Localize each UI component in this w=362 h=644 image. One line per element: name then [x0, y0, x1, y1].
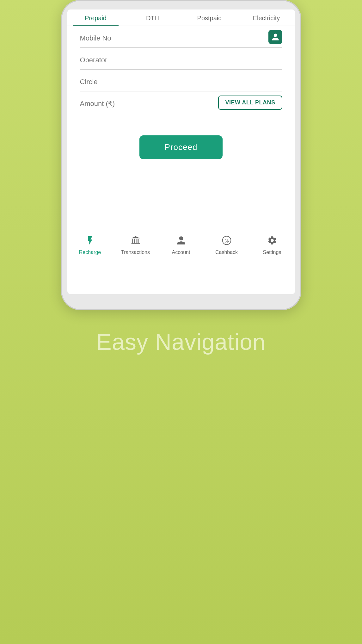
form-area: VIEW ALL PLANS: [67, 26, 295, 123]
operator-input[interactable]: [80, 51, 282, 67]
tagline-text: Easy Navigation: [96, 329, 266, 355]
nav-recharge[interactable]: Recharge: [67, 235, 113, 255]
nav-settings-label: Settings: [263, 250, 281, 255]
mobile-no-row: [80, 29, 282, 48]
nav-account-label: Account: [172, 250, 190, 255]
bolt-icon: [85, 235, 95, 248]
operator-row: [80, 51, 282, 70]
account-person-icon: [176, 235, 186, 248]
mobile-no-input[interactable]: [80, 29, 268, 45]
nav-cashback[interactable]: % Cashback: [204, 235, 249, 255]
nav-settings[interactable]: Settings: [249, 235, 295, 255]
gear-icon: [267, 235, 277, 248]
phone-frame: Prepaid DTH Postpaid Electricity: [61, 0, 301, 310]
circle-row: [80, 73, 282, 91]
nav-transactions[interactable]: Transactions: [113, 235, 158, 255]
tabs-row: Prepaid DTH Postpaid Electricity: [67, 9, 295, 26]
contact-icon[interactable]: [268, 30, 282, 44]
nav-recharge-label: Recharge: [79, 250, 101, 255]
svg-text:%: %: [224, 238, 229, 244]
tab-dth[interactable]: DTH: [124, 9, 181, 26]
tagline-area: Easy Navigation: [77, 329, 285, 355]
nav-account[interactable]: Account: [158, 235, 204, 255]
phone-screen: Prepaid DTH Postpaid Electricity: [67, 9, 295, 294]
amount-row: VIEW ALL PLANS: [80, 95, 282, 113]
nav-cashback-label: Cashback: [215, 250, 238, 255]
proceed-area: Proceed: [67, 123, 295, 169]
empty-space: [67, 169, 295, 232]
tab-electricity[interactable]: Electricity: [238, 9, 295, 26]
bank-icon: [131, 235, 141, 248]
circle-input[interactable]: [80, 73, 282, 89]
view-all-plans-button[interactable]: VIEW ALL PLANS: [218, 96, 282, 110]
proceed-button[interactable]: Proceed: [139, 135, 223, 159]
tab-prepaid[interactable]: Prepaid: [67, 9, 124, 26]
percent-icon: %: [222, 235, 232, 248]
bottom-nav: Recharge Transactions Account: [67, 232, 295, 260]
tab-postpaid[interactable]: Postpaid: [181, 9, 238, 26]
nav-transactions-label: Transactions: [121, 250, 150, 255]
amount-input[interactable]: [80, 95, 218, 110]
person-icon: [271, 33, 279, 41]
